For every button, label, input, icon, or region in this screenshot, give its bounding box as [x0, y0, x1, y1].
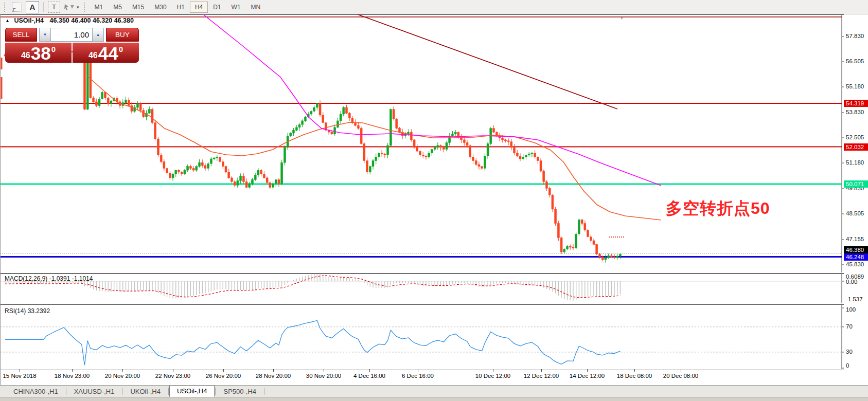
chart-tab-usoilh4[interactable]: USOil-,H4 — [169, 385, 215, 397]
price-tick-label: 57.830 — [846, 33, 864, 39]
panel-separator — [0, 369, 868, 370]
collapse-triangle-icon[interactable]: ▲ — [5, 18, 10, 23]
timeframe-d1[interactable]: D1 — [208, 2, 226, 13]
rsi-label: RSI(14) 33.2392 — [5, 307, 50, 315]
time-tick — [369, 369, 370, 372]
timeframe-m30[interactable]: M30 — [149, 2, 171, 13]
time-label: 20 Nov 20:00 — [105, 373, 140, 379]
toolbar-drag-handle[interactable] — [4, 3, 7, 12]
tab-separator — [66, 388, 66, 395]
time-tick — [223, 369, 224, 372]
tab-separator — [215, 388, 216, 395]
chart-tab-bar: CHINA300-,H1XAUUSD-,H1UKOil-,H4USOil-,H4… — [0, 385, 868, 397]
time-label: 18 Dec 08:00 — [617, 373, 652, 379]
timeframe-w1[interactable]: W1 — [226, 2, 246, 13]
level-price-badge: 50.071 — [844, 180, 868, 188]
toolbar-separator — [43, 2, 44, 12]
buy-price-display[interactable]: 46 44 0 — [73, 43, 139, 63]
buy-price-prefix: 46 — [88, 51, 98, 60]
crosshair-grid-label: F — [13, 7, 16, 12]
buy-button[interactable]: BUY — [106, 28, 139, 42]
tab-separator — [168, 388, 169, 395]
sell-price-main: 38 — [31, 46, 51, 62]
time-label: 30 Nov 20:00 — [306, 373, 341, 379]
volume-decrease-button[interactable]: ▼ — [39, 28, 51, 42]
macd-axis-label: -1.537 — [846, 296, 863, 302]
price-tick-label: 51.180 — [846, 159, 864, 166]
chart-tab-china300h1[interactable]: CHINA300-,H1 — [6, 386, 65, 397]
timeframe-h1[interactable]: H1 — [172, 2, 190, 13]
macd-label: MACD(12,26,9) -1.0391 -1.1014 — [5, 275, 93, 282]
sell-button[interactable]: SELL — [5, 28, 37, 42]
time-label: 12 Dec 12:00 — [524, 373, 559, 379]
status-strip — [0, 397, 868, 401]
timeframe-m15[interactable]: M15 — [127, 2, 149, 13]
volume-input[interactable] — [51, 28, 92, 42]
panel-separator[interactable] — [0, 272, 868, 274]
shapes-icon — [64, 4, 75, 11]
text-label-tool-button[interactable]: T — [48, 2, 60, 13]
shapes-tool-button[interactable]: ▾ — [64, 4, 79, 11]
chart-left-edge — [0, 14, 1, 385]
price-tick-label: 55.180 — [846, 83, 864, 89]
one-click-trading-panel: SELL ▼ ▲ BUY 46 38 0 46 44 0 — [5, 28, 139, 63]
price-tick-label: 48.505 — [846, 210, 864, 216]
level-price-badge: 46.248 — [844, 253, 868, 261]
rsi-axis-label: 30 — [846, 349, 853, 355]
time-label: 20 Dec 08:00 — [663, 373, 698, 379]
tab-separator — [264, 388, 264, 395]
timeframe-button-group: M1M5M15M30H1H4D1W1MN — [90, 2, 266, 13]
chart-annotation: 多空转折点50 — [666, 197, 770, 220]
scroll-to-end-marker[interactable]: ▾ — [621, 15, 623, 21]
time-tick — [72, 369, 73, 372]
current-price-badge: 46.380 — [844, 246, 868, 253]
level-price-badge: 52.032 — [844, 143, 868, 151]
text-tool-label: T — [52, 3, 56, 11]
arrow-cursor-label: A — [30, 3, 36, 11]
chevron-down-icon: ▾ — [77, 5, 79, 10]
level-price-badge: 54.319 — [844, 100, 868, 107]
sell-price-prefix: 46 — [21, 51, 30, 60]
rsi-indicator-canvas[interactable] — [0, 304, 844, 369]
time-label: 4 Dec 16:00 — [353, 373, 385, 379]
symbol-info: ▲ USOil-,H4 46.350 46.400 46.320 46.380 — [5, 17, 134, 24]
chart-tab-sp500h4[interactable]: SP500-,H4 — [216, 386, 263, 397]
sell-price-display[interactable]: 46 38 0 — [5, 43, 72, 63]
timeframe-h4[interactable]: H4 — [190, 2, 208, 13]
timeframe-mn[interactable]: MN — [246, 2, 266, 13]
timeframe-m5[interactable]: M5 — [108, 2, 127, 13]
time-label: 22 Nov 23:00 — [155, 373, 190, 379]
timeframe-m1[interactable]: M1 — [90, 2, 109, 13]
time-tick — [122, 369, 123, 372]
tab-separator — [122, 388, 122, 395]
symbol-name: USOil-,H4 — [14, 17, 44, 24]
time-tick — [634, 369, 635, 372]
time-tick — [418, 369, 418, 372]
price-tick-label: 53.830 — [846, 109, 864, 115]
chart-tab-xauusdh1[interactable]: XAUUSD-,H1 — [67, 386, 122, 397]
volume-increase-button[interactable]: ▲ — [92, 28, 104, 42]
rsi-axis-label: 100 — [846, 306, 856, 313]
buy-price-sup: 0 — [119, 45, 123, 53]
arrow-cursor-button[interactable]: A — [26, 1, 39, 13]
chart-tab-ukoilh4[interactable]: UKOil-,H4 — [123, 386, 168, 397]
time-tick — [541, 369, 542, 372]
time-label: 15 Nov 2018 — [3, 373, 36, 379]
time-tick — [493, 369, 493, 372]
sell-price-sup: 0 — [51, 45, 56, 53]
macd-indicator-canvas[interactable] — [0, 274, 844, 303]
time-label: 28 Nov 20:00 — [256, 373, 291, 379]
time-label: 6 Dec 16:00 — [402, 373, 434, 379]
rsi-axis-label: 70 — [846, 323, 853, 330]
time-tick — [20, 369, 20, 372]
rsi-axis-label: 0 — [846, 362, 849, 369]
panel-separator[interactable] — [0, 303, 868, 305]
ohlc-values: 46.350 46.400 46.320 46.380 — [50, 17, 134, 24]
time-tick — [587, 369, 588, 372]
crosshair-grid-icon[interactable]: F — [12, 3, 22, 12]
mt4-window: { "toolbar": { "cursor_tool_label": "F",… — [0, 0, 868, 401]
toolbar-separator-dots — [84, 3, 87, 12]
time-tick — [681, 369, 681, 372]
price-tick-label: 45.830 — [846, 261, 864, 267]
time-tick — [173, 369, 173, 372]
